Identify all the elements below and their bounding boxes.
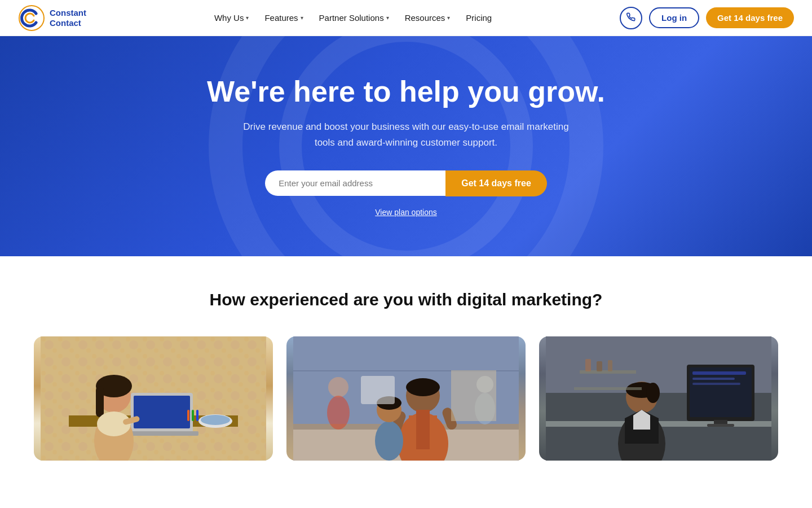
nav-item-features[interactable]: Features ▾	[258, 8, 310, 27]
chevron-down-icon: ▾	[301, 15, 303, 21]
navbar: Constant Contact Why Us ▾ Features ▾ Par…	[0, 0, 812, 36]
nav-link-pricing[interactable]: Pricing	[459, 8, 498, 27]
svg-rect-13	[96, 386, 104, 417]
logo-text: Constant Contact	[50, 8, 86, 28]
svg-rect-29	[416, 410, 430, 449]
hero-cta-button[interactable]: Get 14 days free	[445, 170, 547, 196]
svg-rect-16	[187, 410, 189, 421]
svg-rect-48	[707, 424, 734, 427]
svg-rect-9	[125, 431, 198, 436]
card-image-3	[539, 336, 778, 461]
phone-icon	[626, 12, 636, 24]
logo-link[interactable]: Constant Contact	[18, 5, 86, 32]
svg-rect-49	[692, 371, 746, 375]
nav-item-resources[interactable]: Resources ▾	[398, 8, 457, 27]
svg-rect-62	[585, 359, 591, 371]
chevron-down-icon: ▾	[447, 15, 450, 21]
hero-section: We're here to help you grow. Drive reven…	[0, 36, 812, 256]
nav-link-resources[interactable]: Resources ▾	[398, 8, 457, 27]
hero-title: We're here to help you grow.	[207, 76, 605, 108]
svg-rect-63	[597, 361, 602, 371]
svg-rect-39	[361, 376, 395, 404]
card-beginner[interactable]	[34, 336, 273, 461]
svg-rect-17	[192, 410, 194, 421]
marketing-section: How experienced are you with digital mar…	[0, 256, 812, 483]
phone-button[interactable]	[620, 7, 642, 29]
nav-links: Why Us ▾ Features ▾ Partner Solutions ▾ …	[208, 8, 498, 27]
svg-point-35	[328, 377, 348, 397]
logo-icon	[18, 5, 45, 32]
scene-illustration-1	[34, 336, 273, 461]
nav-actions: Log in Get 14 days free	[620, 7, 794, 29]
nav-cta-button[interactable]: Get 14 days free	[706, 7, 794, 28]
hero-form: Get 14 days free	[265, 170, 547, 196]
card-advanced[interactable]	[539, 336, 778, 461]
login-button[interactable]: Log in	[649, 7, 699, 28]
svg-rect-64	[608, 360, 612, 371]
scene-illustration-2	[286, 336, 526, 461]
svg-rect-51	[692, 383, 740, 385]
card-intermediate[interactable]	[286, 336, 526, 461]
scene-illustration-3	[539, 336, 778, 461]
svg-rect-18	[196, 410, 198, 421]
chevron-down-icon: ▾	[386, 15, 389, 21]
nav-link-whyus[interactable]: Why Us ▾	[208, 8, 256, 27]
svg-point-32	[375, 421, 403, 461]
svg-point-20	[201, 415, 230, 425]
svg-rect-40	[451, 370, 496, 421]
nav-item-pricing[interactable]: Pricing	[459, 8, 498, 27]
nav-item-whyus[interactable]: Why Us ▾	[208, 8, 256, 27]
view-plans-link[interactable]: View plan options	[375, 208, 436, 217]
nav-link-partner[interactable]: Partner Solutions ▾	[312, 8, 396, 27]
section-title: How experienced are you with digital mar…	[23, 290, 789, 309]
card-image-2	[286, 336, 526, 461]
email-input[interactable]	[265, 170, 445, 196]
chevron-down-icon: ▾	[246, 15, 249, 21]
svg-rect-8	[134, 396, 190, 428]
svg-point-59	[646, 383, 660, 403]
hero-subtitle: Drive revenue and boost your business wi…	[237, 119, 575, 150]
svg-rect-50	[692, 378, 735, 380]
card-image-1	[34, 336, 273, 461]
nav-link-features[interactable]: Features ▾	[258, 8, 310, 27]
svg-point-27	[406, 378, 440, 396]
nav-item-partner[interactable]: Partner Solutions ▾	[312, 8, 396, 27]
svg-point-36	[327, 396, 350, 430]
svg-rect-46	[690, 367, 752, 417]
cards-grid	[34, 336, 778, 461]
svg-rect-61	[574, 387, 642, 390]
